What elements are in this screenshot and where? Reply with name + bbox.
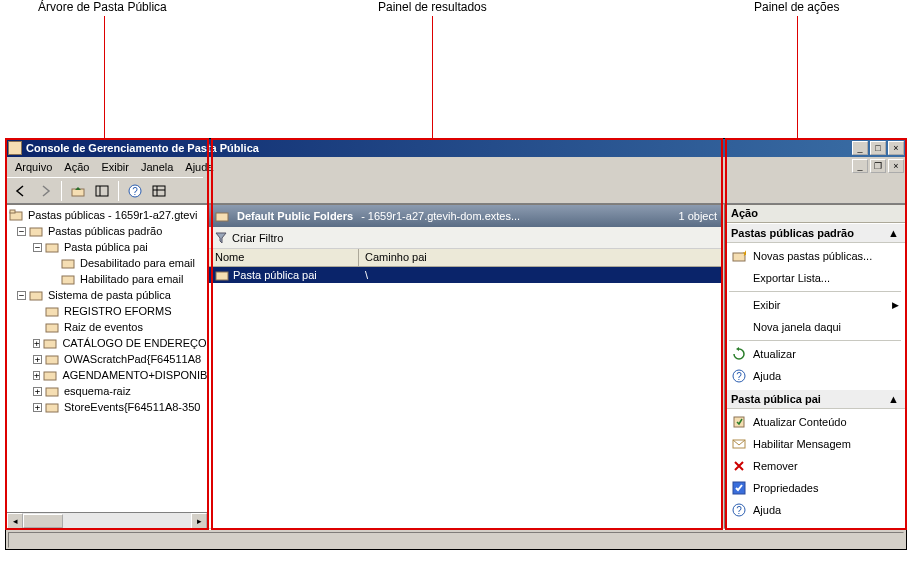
tree-mail-enabled[interactable]: Habilitado para email — [7, 271, 207, 287]
action-new-window[interactable]: Nova janela daqui — [725, 316, 905, 338]
arrow-right-icon — [39, 185, 51, 197]
tree-default-folders[interactable]: − Pastas públicas padrão — [7, 223, 207, 239]
public-folder-tree[interactable]: Pastas públicas - 1659r1-a27.gtevi − Pas… — [7, 205, 207, 512]
menu-arquivo[interactable]: Arquivo — [10, 159, 57, 175]
tree-eforms[interactable]: REGISTRO EFORMS — [7, 303, 207, 319]
callout-results-line — [432, 16, 433, 138]
action-update-content[interactable]: Atualizar Conteúdo — [725, 411, 905, 433]
tree-events-root[interactable]: Raiz de eventos — [7, 319, 207, 335]
tree-address-catalog[interactable]: + CATÁLOGO DE ENDEREÇO — [7, 335, 207, 351]
minimize-button[interactable]: _ — [852, 141, 868, 155]
separator — [729, 291, 901, 292]
actions-section2-header[interactable]: Pasta pública pai ▲ — [725, 389, 905, 409]
delete-icon — [731, 458, 747, 474]
menu-arquivo-label: Arquivo — [15, 161, 52, 173]
menubar: Arquivo Ação Exibir Janela Ajuda — [6, 157, 203, 177]
svg-rect-19 — [44, 372, 56, 380]
action-export-list[interactable]: Exportar Lista... — [725, 267, 905, 289]
action-help[interactable]: ? Ajuda — [725, 365, 905, 387]
folder-icon — [61, 273, 75, 285]
create-filter-row[interactable]: Criar Filtro — [209, 227, 723, 249]
expand-icon[interactable]: + — [33, 339, 40, 348]
action-new-public-folders[interactable]: ★ Novas pastas públicas... — [725, 245, 905, 267]
menu-exibir-label: Exibir — [101, 161, 129, 173]
scroll-thumb[interactable] — [23, 514, 63, 528]
action-refresh[interactable]: Atualizar — [725, 343, 905, 365]
column-parent-path-header[interactable]: Caminho pai — [359, 249, 723, 266]
mail-enable-icon — [731, 436, 747, 452]
scroll-track[interactable] — [23, 513, 191, 529]
action-view-label: Exibir — [753, 299, 781, 311]
up-folder-button[interactable] — [67, 180, 89, 202]
callout-tree-line — [104, 16, 105, 138]
collapse-icon[interactable]: − — [17, 291, 26, 300]
svg-rect-23 — [216, 272, 228, 280]
child-restore-button[interactable]: ❐ — [870, 159, 886, 173]
expand-icon[interactable]: + — [33, 387, 42, 396]
svg-rect-28 — [734, 417, 744, 427]
results-body[interactable]: Pasta pública pai \ — [209, 267, 723, 528]
main-window: Console de Gerenciamento de Pasta Públic… — [5, 138, 907, 550]
tree-owascratch[interactable]: + OWAScratchPad{F64511A8 — [7, 351, 207, 367]
tree-schema-root[interactable]: + esquema-raiz — [7, 383, 207, 399]
tree-schema-label: esquema-raiz — [62, 385, 133, 397]
tree-mail-disabled[interactable]: Desabilitado para email — [7, 255, 207, 271]
window-title: Console de Gerenciamento de Pasta Públic… — [26, 142, 852, 154]
action-help2-label: Ajuda — [753, 504, 781, 516]
tree-parent-folder[interactable]: − Pasta pública pai — [7, 239, 207, 255]
show-hide-tree-button[interactable] — [91, 180, 113, 202]
child-minimize-button[interactable]: _ — [852, 159, 868, 173]
callout-results-label: Painel de resultados — [378, 0, 487, 14]
menu-janela[interactable]: Janela — [136, 159, 178, 175]
tree-events-root-label: Raiz de eventos — [62, 321, 145, 333]
collapse-icon[interactable]: − — [17, 227, 26, 236]
action-remove-label: Remover — [753, 460, 798, 472]
update-content-icon — [731, 414, 747, 430]
tree-system-folder[interactable]: − Sistema de pasta pública — [7, 287, 207, 303]
action-help2[interactable]: ? Ajuda — [725, 499, 905, 521]
tree-default-label: Pastas públicas padrão — [46, 225, 164, 237]
action-remove[interactable]: Remover — [725, 455, 905, 477]
close-button[interactable]: × — [888, 141, 904, 155]
scroll-left-button[interactable]: ◂ — [7, 513, 23, 529]
action-export-list-label: Exportar Lista... — [753, 272, 830, 284]
titlebar[interactable]: Console de Gerenciamento de Pasta Públic… — [6, 139, 906, 157]
table-row[interactable]: Pasta pública pai \ — [209, 267, 723, 283]
tree-horizontal-scrollbar[interactable]: ◂ ▸ — [7, 512, 207, 528]
action-properties[interactable]: Propriedades — [725, 477, 905, 499]
svg-rect-0 — [72, 189, 84, 196]
nav-forward-button[interactable] — [34, 180, 56, 202]
tree-pane: Pastas públicas - 1659r1-a27.gtevi − Pas… — [6, 204, 208, 529]
results-header: Default Public Folders - 1659r1-a27.gtev… — [209, 205, 723, 227]
tree-store-events[interactable]: + StoreEvents{F64511A8-350 — [7, 399, 207, 415]
action-view[interactable]: Exibir ▶ — [725, 294, 905, 316]
tree-scheduling[interactable]: + AGENDAMENTO+DISPONIB — [7, 367, 207, 383]
statusbar — [6, 529, 906, 549]
cell-parent-path: \ — [359, 269, 723, 281]
column-name-header[interactable]: Nome — [209, 249, 359, 266]
svg-rect-11 — [46, 244, 58, 252]
chevron-right-icon: ▶ — [892, 300, 899, 310]
svg-rect-20 — [46, 388, 58, 396]
svg-rect-10 — [30, 228, 42, 236]
menu-exibir[interactable]: Exibir — [96, 159, 134, 175]
actions-section1-header[interactable]: Pastas públicas padrão ▲ — [725, 223, 905, 243]
help-button[interactable]: ? — [124, 180, 146, 202]
nav-back-button[interactable] — [10, 180, 32, 202]
expand-icon[interactable]: + — [33, 371, 40, 380]
action-enable-message[interactable]: Habilitar Mensagem — [725, 433, 905, 455]
view-mode-button[interactable] — [148, 180, 170, 202]
tree-root[interactable]: Pastas públicas - 1659r1-a27.gtevi — [7, 207, 207, 223]
expand-icon[interactable]: + — [33, 355, 42, 364]
body-panes: Pastas públicas - 1659r1-a27.gtevi − Pas… — [6, 204, 906, 529]
child-close-button[interactable]: × — [888, 159, 904, 173]
action-enable-message-label: Habilitar Mensagem — [753, 438, 851, 450]
menu-acao[interactable]: Ação — [59, 159, 94, 175]
results-header-count: 1 object — [678, 210, 717, 222]
collapse-icon[interactable]: − — [33, 243, 42, 252]
scroll-right-button[interactable]: ▸ — [191, 513, 207, 529]
folder-up-icon — [71, 185, 85, 197]
maximize-button[interactable]: □ — [870, 141, 886, 155]
expand-icon[interactable]: + — [33, 403, 42, 412]
folder-icon — [215, 210, 229, 222]
